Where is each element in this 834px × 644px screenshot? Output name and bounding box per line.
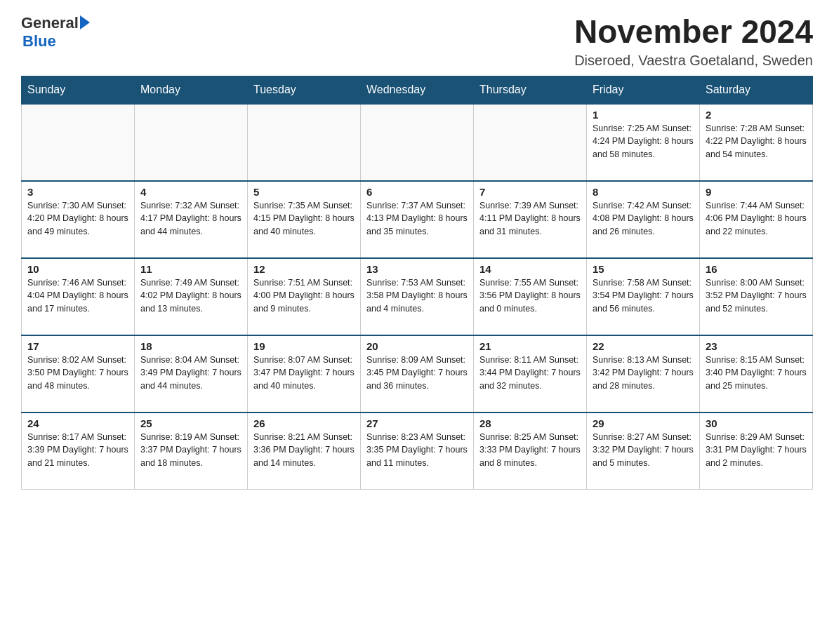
day-info: Sunrise: 7:30 AM Sunset: 4:20 PM Dayligh… <box>27 199 128 239</box>
day-info: Sunrise: 7:49 AM Sunset: 4:02 PM Dayligh… <box>140 276 241 316</box>
day-info: Sunrise: 8:07 AM Sunset: 3:47 PM Dayligh… <box>253 354 355 393</box>
calendar-cell <box>248 104 361 181</box>
calendar-cell: 15Sunrise: 7:58 AM Sunset: 3:54 PM Dayli… <box>587 258 700 335</box>
day-info: Sunrise: 7:58 AM Sunset: 3:54 PM Dayligh… <box>593 276 694 316</box>
calendar-cell: 27Sunrise: 8:23 AM Sunset: 3:35 PM Dayli… <box>361 412 474 490</box>
calendar-cell: 3Sunrise: 7:30 AM Sunset: 4:20 PM Daylig… <box>22 181 135 258</box>
calendar-cell: 17Sunrise: 8:02 AM Sunset: 3:50 PM Dayli… <box>22 335 135 412</box>
calendar-cell: 21Sunrise: 8:11 AM Sunset: 3:44 PM Dayli… <box>474 335 587 412</box>
day-number: 13 <box>366 263 468 275</box>
day-info: Sunrise: 8:11 AM Sunset: 3:44 PM Dayligh… <box>479 354 581 393</box>
calendar-cell: 9Sunrise: 7:44 AM Sunset: 4:06 PM Daylig… <box>700 181 813 258</box>
logo-blue-text: Blue <box>22 32 56 51</box>
calendar-cell: 5Sunrise: 7:35 AM Sunset: 4:15 PM Daylig… <box>248 181 361 258</box>
day-number: 25 <box>140 417 241 429</box>
day-info: Sunrise: 7:32 AM Sunset: 4:17 PM Dayligh… <box>140 199 241 239</box>
day-number: 3 <box>27 186 128 198</box>
day-info: Sunrise: 8:21 AM Sunset: 3:36 PM Dayligh… <box>253 431 355 470</box>
day-number: 21 <box>479 340 581 352</box>
day-info: Sunrise: 8:04 AM Sunset: 3:49 PM Dayligh… <box>140 354 241 393</box>
calendar-table: SundayMondayTuesdayWednesdayThursdayFrid… <box>21 76 813 490</box>
day-number: 27 <box>366 417 468 429</box>
weekday-header-thursday: Thursday <box>474 76 587 104</box>
title-section: November 2024 Diseroed, Vaestra Goetalan… <box>574 14 813 69</box>
calendar-cell: 30Sunrise: 8:29 AM Sunset: 3:31 PM Dayli… <box>700 412 813 490</box>
day-number: 14 <box>479 263 581 275</box>
calendar-week-row: 3Sunrise: 7:30 AM Sunset: 4:20 PM Daylig… <box>22 181 813 258</box>
logo-arrow-icon <box>80 15 90 29</box>
day-number: 6 <box>366 186 468 198</box>
day-info: Sunrise: 8:27 AM Sunset: 3:32 PM Dayligh… <box>593 431 694 470</box>
calendar-cell: 28Sunrise: 8:25 AM Sunset: 3:33 PM Dayli… <box>474 412 587 490</box>
calendar-cell: 20Sunrise: 8:09 AM Sunset: 3:45 PM Dayli… <box>361 335 474 412</box>
weekday-header-sunday: Sunday <box>22 76 135 104</box>
calendar-cell: 25Sunrise: 8:19 AM Sunset: 3:37 PM Dayli… <box>135 412 248 490</box>
day-number: 19 <box>253 340 355 352</box>
weekday-header-row: SundayMondayTuesdayWednesdayThursdayFrid… <box>22 76 813 104</box>
weekday-header-friday: Friday <box>587 76 700 104</box>
calendar-cell: 19Sunrise: 8:07 AM Sunset: 3:47 PM Dayli… <box>248 335 361 412</box>
calendar-week-row: 24Sunrise: 8:17 AM Sunset: 3:39 PM Dayli… <box>22 412 813 490</box>
calendar-cell: 10Sunrise: 7:46 AM Sunset: 4:04 PM Dayli… <box>22 258 135 335</box>
day-info: Sunrise: 8:13 AM Sunset: 3:42 PM Dayligh… <box>593 354 694 393</box>
day-info: Sunrise: 7:28 AM Sunset: 4:22 PM Dayligh… <box>706 122 807 161</box>
calendar-cell: 13Sunrise: 7:53 AM Sunset: 3:58 PM Dayli… <box>361 258 474 335</box>
day-info: Sunrise: 7:35 AM Sunset: 4:15 PM Dayligh… <box>253 199 355 239</box>
calendar-week-row: 1Sunrise: 7:25 AM Sunset: 4:24 PM Daylig… <box>22 104 813 181</box>
day-number: 23 <box>706 340 807 352</box>
calendar-cell <box>22 104 135 181</box>
day-number: 28 <box>479 417 581 429</box>
calendar-cell <box>361 104 474 181</box>
day-info: Sunrise: 8:02 AM Sunset: 3:50 PM Dayligh… <box>27 354 128 393</box>
calendar-cell: 24Sunrise: 8:17 AM Sunset: 3:39 PM Dayli… <box>22 412 135 490</box>
day-number: 2 <box>706 109 807 121</box>
day-info: Sunrise: 7:44 AM Sunset: 4:06 PM Dayligh… <box>706 199 807 239</box>
weekday-header-monday: Monday <box>135 76 248 104</box>
day-info: Sunrise: 7:55 AM Sunset: 3:56 PM Dayligh… <box>479 276 581 316</box>
day-number: 7 <box>479 186 581 198</box>
calendar-cell: 12Sunrise: 7:51 AM Sunset: 4:00 PM Dayli… <box>248 258 361 335</box>
day-number: 11 <box>140 263 241 275</box>
calendar-cell: 2Sunrise: 7:28 AM Sunset: 4:22 PM Daylig… <box>700 104 813 181</box>
day-info: Sunrise: 8:17 AM Sunset: 3:39 PM Dayligh… <box>27 431 128 470</box>
logo-general-text: General <box>21 14 79 32</box>
calendar-cell: 18Sunrise: 8:04 AM Sunset: 3:49 PM Dayli… <box>135 335 248 412</box>
calendar-cell: 22Sunrise: 8:13 AM Sunset: 3:42 PM Dayli… <box>587 335 700 412</box>
day-number: 15 <box>593 263 694 275</box>
day-number: 22 <box>593 340 694 352</box>
day-info: Sunrise: 7:51 AM Sunset: 4:00 PM Dayligh… <box>253 276 355 316</box>
day-number: 9 <box>706 186 807 198</box>
calendar-week-row: 10Sunrise: 7:46 AM Sunset: 4:04 PM Dayli… <box>22 258 813 335</box>
calendar-cell <box>135 104 248 181</box>
day-number: 18 <box>140 340 241 352</box>
calendar-cell: 23Sunrise: 8:15 AM Sunset: 3:40 PM Dayli… <box>700 335 813 412</box>
calendar-cell: 8Sunrise: 7:42 AM Sunset: 4:08 PM Daylig… <box>587 181 700 258</box>
day-number: 30 <box>706 417 807 429</box>
day-info: Sunrise: 8:29 AM Sunset: 3:31 PM Dayligh… <box>706 431 807 470</box>
day-number: 12 <box>253 263 355 275</box>
day-info: Sunrise: 8:00 AM Sunset: 3:52 PM Dayligh… <box>706 276 807 316</box>
calendar-cell: 16Sunrise: 8:00 AM Sunset: 3:52 PM Dayli… <box>700 258 813 335</box>
calendar-cell: 11Sunrise: 7:49 AM Sunset: 4:02 PM Dayli… <box>135 258 248 335</box>
page-header: General Blue November 2024 Diseroed, Vae… <box>21 14 813 69</box>
day-number: 26 <box>253 417 355 429</box>
calendar-cell: 4Sunrise: 7:32 AM Sunset: 4:17 PM Daylig… <box>135 181 248 258</box>
day-number: 17 <box>27 340 128 352</box>
month-title: November 2024 <box>574 14 813 50</box>
day-number: 1 <box>593 109 694 121</box>
day-info: Sunrise: 8:19 AM Sunset: 3:37 PM Dayligh… <box>140 431 241 470</box>
day-info: Sunrise: 7:39 AM Sunset: 4:11 PM Dayligh… <box>479 199 581 239</box>
day-info: Sunrise: 7:46 AM Sunset: 4:04 PM Dayligh… <box>27 276 128 316</box>
calendar-cell: 6Sunrise: 7:37 AM Sunset: 4:13 PM Daylig… <box>361 181 474 258</box>
day-number: 20 <box>366 340 468 352</box>
logo: General Blue <box>21 14 90 51</box>
day-number: 4 <box>140 186 241 198</box>
calendar-cell: 26Sunrise: 8:21 AM Sunset: 3:36 PM Dayli… <box>248 412 361 490</box>
calendar-week-row: 17Sunrise: 8:02 AM Sunset: 3:50 PM Dayli… <box>22 335 813 412</box>
calendar-cell: 1Sunrise: 7:25 AM Sunset: 4:24 PM Daylig… <box>587 104 700 181</box>
weekday-header-tuesday: Tuesday <box>248 76 361 104</box>
day-info: Sunrise: 7:42 AM Sunset: 4:08 PM Dayligh… <box>593 199 694 239</box>
day-info: Sunrise: 7:25 AM Sunset: 4:24 PM Dayligh… <box>593 122 694 161</box>
day-info: Sunrise: 8:25 AM Sunset: 3:33 PM Dayligh… <box>479 431 581 470</box>
day-number: 24 <box>27 417 128 429</box>
